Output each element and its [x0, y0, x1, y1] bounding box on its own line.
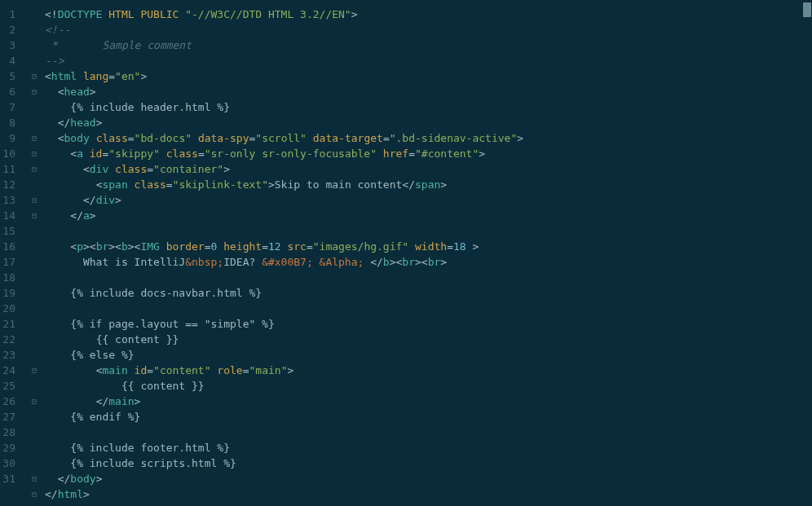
code-line[interactable]: <span class="skiplink-text">Skip to main…	[45, 177, 812, 192]
fold-toggle[interactable]: ⊟	[29, 486, 40, 502]
code-line[interactable]: <a id="skippy" class="sr-only sr-only-fo…	[45, 146, 812, 161]
token-txt: What is IntelliJ	[45, 256, 185, 268]
fold-toggle[interactable]: ⊟	[29, 394, 40, 409]
token-txt	[45, 333, 96, 345]
code-area[interactable]: <!DOCTYPE HTML PUBLIC "-//W3C//DTD HTML …	[40, 0, 812, 506]
token-txt	[45, 86, 58, 98]
fold-toggle	[29, 425, 40, 440]
token-template: {% else %}	[70, 349, 134, 361]
token-num: 18	[453, 240, 472, 253]
token-tag: head	[70, 117, 95, 129]
fold-toggle	[29, 22, 40, 37]
fold-toggle	[29, 378, 40, 394]
line-number: 2	[0, 22, 20, 37]
token-punct: =	[447, 240, 453, 253]
code-line[interactable]: {% if page.layout == "simple" %}	[45, 316, 812, 332]
line-number: 13	[0, 192, 20, 208]
fold-toggle[interactable]: ⊟	[29, 161, 40, 177]
gutter: 1234567891011121314151617181920212223242…	[0, 0, 40, 506]
token-comment: <!--	[45, 24, 70, 36]
line-numbers: 1234567891011121314151617181920212223242…	[0, 7, 29, 499]
token-template: {% include scripts.html %}	[70, 457, 236, 469]
token-punct: </	[45, 488, 58, 500]
line-number: 20	[0, 301, 20, 316]
code-line[interactable]: {{ content }}	[45, 378, 812, 394]
fold-toggle[interactable]: ⊟	[29, 68, 40, 84]
token-tag: IMG	[140, 240, 165, 253]
code-line[interactable]	[45, 425, 812, 440]
token-attr: href	[383, 147, 408, 160]
token-txt	[45, 163, 83, 175]
code-line[interactable]: -->	[45, 53, 812, 68]
code-line[interactable]: * Sample comment	[45, 37, 812, 53]
code-line[interactable]: </body>	[45, 471, 812, 486]
code-line[interactable]: <!DOCTYPE HTML PUBLIC "-//W3C//DTD HTML …	[45, 7, 812, 22]
code-line[interactable]: {% include scripts.html %}	[45, 455, 812, 471]
line-number: 29	[0, 440, 20, 455]
fold-toggle	[29, 115, 40, 130]
token-punct: =	[166, 178, 173, 191]
line-number: 19	[0, 285, 20, 301]
token-template: {% include footer.html %}	[70, 442, 230, 454]
token-punct: </	[96, 395, 109, 407]
fold-toggle	[29, 254, 40, 270]
fold-toggle	[29, 53, 40, 68]
line-number: 22	[0, 332, 20, 347]
token-txt	[364, 256, 370, 268]
code-line[interactable]: <body class="bd-docs" data-spy="scroll" …	[45, 130, 812, 146]
code-editor[interactable]: 1234567891011121314151617181920212223242…	[0, 0, 812, 506]
code-line[interactable]: <main id="content" role="main">	[45, 363, 812, 378]
code-line[interactable]	[45, 301, 812, 316]
fold-toggle[interactable]: ⊟	[29, 471, 40, 486]
code-line[interactable]: </main>	[45, 394, 812, 409]
code-line[interactable]: <head>	[45, 84, 812, 99]
code-line[interactable]: </html>	[45, 486, 812, 502]
token-attr: class	[115, 163, 147, 175]
code-line[interactable]: <div class="container">	[45, 161, 812, 177]
token-tag: b	[121, 240, 128, 253]
token-str: "-//W3C//DTD HTML 3.2//EN"	[185, 8, 351, 20]
code-line[interactable]: </div>	[45, 192, 812, 208]
token-attr: role	[217, 364, 242, 376]
code-line[interactable]: {% include footer.html %}	[45, 440, 812, 455]
token-tag: main	[102, 364, 134, 376]
token-txt	[45, 395, 96, 407]
code-line[interactable]: <html lang="en">	[45, 68, 812, 84]
line-number: 16	[0, 239, 20, 254]
scroll-thumb[interactable]	[803, 2, 811, 17]
code-line[interactable]: <!--	[45, 22, 812, 37]
token-txt	[45, 101, 70, 113]
fold-toggle	[29, 332, 40, 347]
line-number: 8	[0, 115, 20, 130]
token-txt	[45, 194, 83, 206]
code-line[interactable]	[45, 223, 812, 239]
token-punct: <!	[45, 8, 58, 20]
fold-toggle[interactable]: ⊟	[29, 363, 40, 378]
vertical-scrollbar[interactable]	[802, 0, 812, 506]
line-number: 6	[0, 84, 20, 99]
code-line[interactable]: {% endif %}	[45, 409, 812, 425]
token-punct: =	[108, 70, 115, 82]
token-txt	[45, 364, 96, 376]
code-line[interactable]: {{ content }}	[45, 332, 812, 347]
token-tag: body	[64, 132, 95, 144]
line-number: 10	[0, 146, 20, 161]
fold-toggle[interactable]: ⊟	[29, 146, 40, 161]
code-line[interactable]	[45, 270, 812, 285]
code-line[interactable]: {% else %}	[45, 347, 812, 363]
token-str: "sr-only sr-only-focusable"	[205, 147, 377, 160]
code-line[interactable]: </head>	[45, 115, 812, 130]
fold-toggle[interactable]: ⊟	[29, 192, 40, 208]
token-punct: >	[90, 209, 96, 222]
code-line[interactable]: What is IntelliJ&nbsp;IDEA? &#x00B7; &Al…	[45, 254, 812, 270]
fold-toggle[interactable]: ⊟	[29, 130, 40, 146]
code-line[interactable]: {% include docs-navbar.html %}	[45, 285, 812, 301]
token-entity: &nbsp;	[185, 256, 223, 268]
fold-toggle[interactable]: ⊟	[29, 208, 40, 223]
token-template: {{ content }}	[96, 333, 179, 345]
token-punct: <	[70, 240, 77, 253]
code-line[interactable]: <p><br><b><IMG border=0 height=12 src="i…	[45, 239, 812, 254]
code-line[interactable]: </a>	[45, 208, 812, 223]
code-line[interactable]: {% include header.html %}	[45, 99, 812, 115]
fold-toggle[interactable]: ⊟	[29, 84, 40, 99]
